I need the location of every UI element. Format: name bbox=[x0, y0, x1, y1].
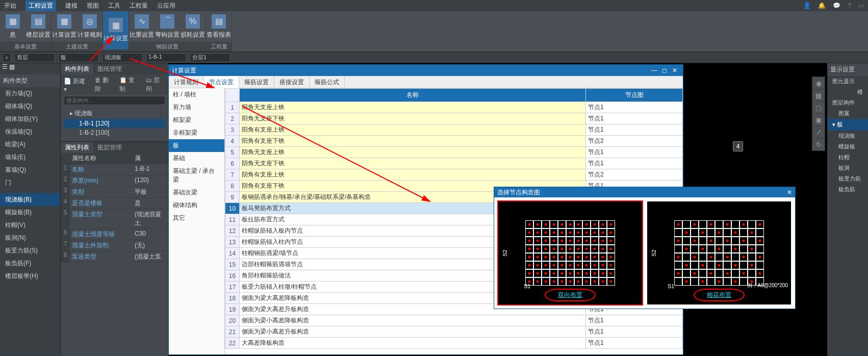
leftbar-item[interactable]: 板负筋(F) bbox=[0, 257, 60, 270]
leftbar-item[interactable]: 剪力墙(Q) bbox=[0, 87, 60, 100]
table-row[interactable]: 6阴角无支座下铁节点1 bbox=[225, 158, 683, 169]
rightbar-item[interactable]: 现浇板 bbox=[827, 131, 868, 141]
ctx-type2[interactable]: 现浇板 bbox=[102, 53, 143, 62]
ribbon-item-loss[interactable]: %损耗设置 bbox=[180, 11, 206, 42]
rightbar-item[interactable]: 板受力筋 bbox=[827, 173, 868, 184]
ribbon-item-floor[interactable]: ▤楼层设置 bbox=[25, 11, 51, 42]
table-row[interactable]: 3阳角有支座上铁节点1 bbox=[225, 124, 683, 136]
menu-cloud[interactable]: 云应用 bbox=[157, 2, 175, 10]
search-input[interactable] bbox=[64, 96, 165, 105]
ribbon-item-info[interactable]: ▦息 bbox=[0, 11, 25, 42]
ribbon-item-calcset-active[interactable]: ▦计算设置 bbox=[103, 11, 129, 49]
dtab-node[interactable]: 节点设置 bbox=[204, 76, 239, 88]
cat-other[interactable]: 其它 bbox=[169, 212, 224, 224]
leftbar-item[interactable]: 板洞(N) bbox=[0, 232, 60, 244]
leftbar-item[interactable]: 螺旋板(B) bbox=[0, 206, 60, 219]
rightbar-item-slab[interactable]: ▾ 板 bbox=[827, 119, 868, 131]
leftbar-item[interactable]: 柱帽(V) bbox=[0, 219, 60, 232]
dialog-titlebar[interactable]: 计算设置 — ◻ ✕ bbox=[169, 65, 683, 76]
rightbar-item[interactable]: 板洞 bbox=[827, 163, 868, 173]
table-row[interactable]: 1阳角无支座上铁节点1 bbox=[225, 102, 683, 113]
expand-icon[interactable]: ▦ bbox=[9, 63, 15, 70]
table-row[interactable]: 7阴角有支座上铁节点2 bbox=[225, 169, 683, 181]
minimize-button[interactable]: — bbox=[649, 67, 659, 74]
cat-shearwall[interactable]: 剪力墙 bbox=[169, 101, 224, 114]
leftbar-item[interactable]: 板受力筋(S) bbox=[0, 244, 60, 257]
tab-drawing-mgmt[interactable]: 图纸管理 bbox=[93, 63, 126, 74]
ribbon-item-calcrule[interactable]: ◎计算规则 bbox=[77, 11, 103, 42]
maximize-button[interactable]: ◻ bbox=[659, 67, 670, 74]
cat-fnd-beam[interactable]: 基础主梁 / 承台梁 bbox=[169, 165, 224, 186]
dtab-lap[interactable]: 搭接设置 bbox=[274, 76, 310, 88]
ts-cube-icon[interactable]: ▦ bbox=[813, 90, 824, 101]
ribbon-item-weight[interactable]: ∿比重设置 bbox=[129, 11, 155, 42]
leftbar-item[interactable]: 保温墙(Q) bbox=[0, 125, 60, 138]
btn-delete[interactable]: 🗑 删除 bbox=[95, 76, 115, 93]
property-row[interactable]: 8泵送类型(混凝土泵 bbox=[61, 251, 168, 263]
property-row[interactable]: 7混凝土外加剂(无) bbox=[61, 240, 168, 251]
ctx-type1[interactable]: 板 bbox=[58, 53, 99, 62]
window-controls[interactable]: ▭ bbox=[858, 2, 864, 9]
rightbar-section[interactable]: 图元显示 bbox=[827, 76, 868, 87]
cat-slab[interactable]: 板 bbox=[169, 139, 224, 152]
user-icon[interactable]: 👤 bbox=[803, 2, 811, 9]
leftbar-item-slab[interactable]: 现浇板(B) bbox=[0, 193, 60, 206]
ctx-type3[interactable]: 1-B-1 bbox=[146, 53, 187, 62]
tree-root[interactable]: ▸ 现浇板 bbox=[64, 108, 165, 119]
table-row[interactable]: 20侧面为梁小高差降板构造节点1 bbox=[225, 315, 683, 326]
preview-option-plum[interactable]: S2 S1 例：A6@200*200 梅花布置 bbox=[647, 201, 791, 304]
dtab-formula[interactable]: 箍筋公式 bbox=[310, 76, 345, 88]
btn-layer[interactable]: 🗂 层间 bbox=[146, 76, 166, 93]
menu-model[interactable]: 建模 bbox=[65, 2, 78, 10]
tree-child-1b1[interactable]: 1-B-1 [120] bbox=[64, 119, 165, 128]
property-row[interactable]: 2厚度(mm)(120) bbox=[61, 175, 168, 187]
ts-globe-icon[interactable]: ◉ bbox=[813, 78, 824, 89]
leftbar-item[interactable]: 砌体加筋(Y) bbox=[0, 113, 60, 125]
cat-nonframebeam[interactable]: 非框架梁 bbox=[169, 126, 224, 139]
table-row[interactable]: 22大高差降板构造节点1 bbox=[225, 338, 683, 349]
tree-icon[interactable]: ☰ bbox=[2, 63, 8, 70]
leftbar-item[interactable]: 暗梁(A) bbox=[0, 138, 60, 151]
cat-foundation[interactable]: 基础 bbox=[169, 152, 224, 165]
tree-child-1b2[interactable]: 1-B-2 [100] bbox=[64, 128, 165, 137]
dtab-stirrup[interactable]: 箍筋设置 bbox=[239, 76, 274, 88]
tab-layer-mgmt[interactable]: 图层管理 bbox=[93, 142, 126, 153]
ctx-type4[interactable]: 分层1 bbox=[190, 53, 231, 62]
ctx-btn[interactable]: ‹ bbox=[2, 53, 11, 62]
bell-icon[interactable]: 🔔 bbox=[818, 2, 826, 9]
table-row[interactable]: 2阳角无支座下铁节点1 bbox=[225, 113, 683, 124]
table-row[interactable]: 21侧面为梁小高差升板构造节点1 bbox=[225, 326, 683, 338]
preview-header[interactable]: 选择节点构造图 ✕ bbox=[494, 187, 795, 197]
property-row[interactable]: 5混凝土类型(现浇混凝土 bbox=[61, 209, 168, 229]
leftbar-item[interactable]: 砌体墙(Q) bbox=[0, 100, 60, 113]
btn-copy[interactable]: 📋 复制 bbox=[119, 76, 140, 93]
ribbon-item-calcset[interactable]: ▦计算设置 bbox=[52, 11, 77, 42]
chat-icon[interactable]: 💬 bbox=[833, 2, 840, 9]
tab-property-list[interactable]: 属性列表 bbox=[61, 142, 93, 153]
preview-close-button[interactable]: ✕ bbox=[787, 189, 792, 196]
rightbar-item[interactable]: 柱帽 bbox=[827, 152, 868, 163]
ctx-floor[interactable]: 首层 bbox=[14, 53, 55, 62]
leftbar-item[interactable]: 楼层板带(H) bbox=[0, 270, 60, 283]
preview-option-bidirectional[interactable]: S2 S1 双向布置 bbox=[498, 201, 642, 304]
dtab-calcrule[interactable]: 计算规则 bbox=[169, 76, 204, 88]
cat-masonry[interactable]: 砌体结构 bbox=[169, 199, 224, 212]
table-row[interactable]: 5阴角无支座上铁节点1 bbox=[225, 147, 683, 158]
cat-column[interactable]: 柱 / 墙柱 bbox=[169, 88, 224, 101]
cat-fnd-sec[interactable]: 基础次梁 bbox=[169, 186, 224, 199]
ts-zoom-icon[interactable]: ⤢ bbox=[813, 126, 824, 138]
menu-engineering-settings[interactable]: 工程设置 bbox=[25, 1, 56, 11]
leftbar-item[interactable]: 门 bbox=[0, 176, 60, 189]
menu-view[interactable]: 视图 bbox=[87, 2, 99, 10]
rightbar-item[interactable]: 螺旋板 bbox=[827, 141, 868, 152]
property-row[interactable]: 6混凝土强度等级C30 bbox=[61, 229, 168, 240]
ribbon-item-hook[interactable]: ⌒弯钩设置 bbox=[155, 11, 180, 42]
leftbar-item[interactable]: 幕墙(Q) bbox=[0, 164, 60, 176]
table-row[interactable]: 4阳角有支座下铁节点2 bbox=[225, 136, 683, 147]
ts-box-icon[interactable]: ▢ bbox=[813, 102, 824, 113]
property-row[interactable]: 3类别平板 bbox=[61, 187, 168, 198]
property-row[interactable]: 1名称1-B-1 bbox=[61, 164, 168, 175]
property-row[interactable]: 4是否是楼板是 bbox=[61, 198, 168, 209]
help-icon[interactable]: ? bbox=[848, 2, 851, 9]
menu-start[interactable]: 开始 bbox=[4, 2, 16, 10]
